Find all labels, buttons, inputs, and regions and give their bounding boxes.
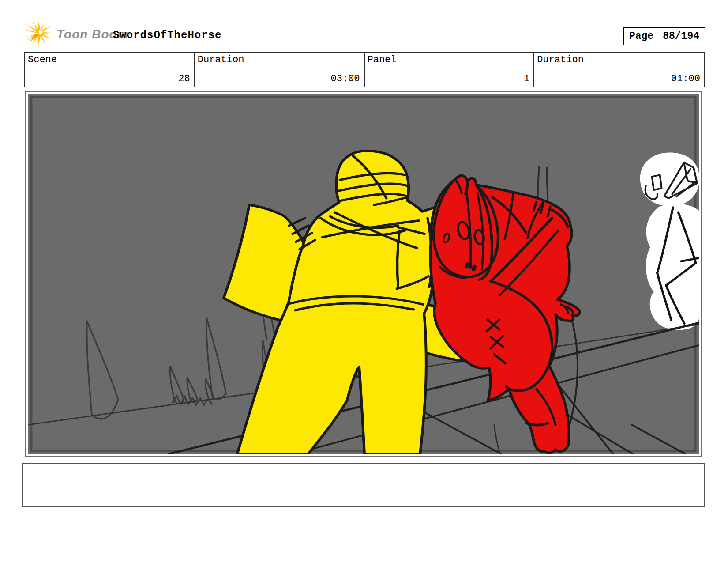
panel-cell: Panel 1 — [365, 53, 535, 87]
caption-box — [22, 463, 705, 507]
panel-duration-value: 01:00 — [671, 73, 700, 84]
project-title: SwordsOfTheHorse — [113, 29, 221, 41]
panel-value: 1 — [524, 73, 529, 84]
scene-cell: Scene 28 — [25, 53, 195, 87]
page-label: Page — [629, 30, 653, 42]
panel-label: Panel — [368, 54, 397, 65]
panel-duration-cell: Duration 01:00 — [534, 53, 704, 87]
scene-label: Scene — [28, 54, 57, 65]
storyboard-panel — [25, 91, 702, 457]
page-number-box: Page 88/194 — [623, 27, 705, 45]
toonboom-logo-icon — [23, 20, 54, 48]
page-count: 88/194 — [663, 30, 699, 42]
scene-duration-cell: Duration 03:00 — [195, 53, 365, 87]
scene-value: 28 — [178, 73, 190, 84]
scene-duration-value: 03:00 — [330, 73, 360, 84]
scene-duration-label: Duration — [198, 54, 244, 65]
storyboard-drawing — [28, 94, 699, 454]
panel-info-table: Scene 28 Duration 03:00 Panel 1 Duration… — [24, 52, 705, 87]
panel-duration-label: Duration — [537, 54, 584, 65]
